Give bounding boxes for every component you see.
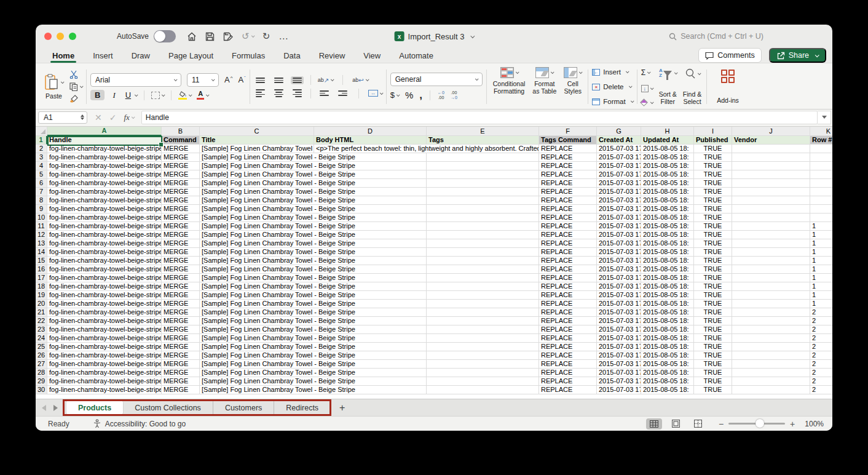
cell-K5[interactable] <box>810 170 832 179</box>
sort-filter-button[interactable]: AZ Sort &Filter <box>658 67 678 106</box>
cell-C29[interactable]: [Sample] Fog Linen Chambray Towel - Beig… <box>200 377 427 386</box>
cell-F7[interactable]: REPLACE <box>539 188 597 196</box>
cell-C26[interactable]: [Sample] Fog Linen Chambray Towel - Beig… <box>200 351 427 360</box>
currency-button[interactable]: $ <box>390 90 399 100</box>
cell-F28[interactable]: REPLACE <box>539 369 597 377</box>
cell-G24[interactable]: 2015-07-03 17: <box>597 334 641 343</box>
search-field[interactable]: Search (Cmd + Ctrl + U) <box>669 32 763 41</box>
cell-A1[interactable]: Handle <box>47 136 162 145</box>
cell-E27[interactable] <box>427 360 539 369</box>
cell-F14[interactable]: REPLACE <box>539 248 597 257</box>
cell-F10[interactable]: REPLACE <box>539 214 597 222</box>
increase-decimal-icon[interactable]: ←0.00 <box>438 90 444 100</box>
cell-A2[interactable]: fog-linen-chambray-towel-beige-stripe <box>47 145 162 153</box>
find-select-button[interactable]: Find &Select <box>682 67 703 106</box>
row-header-30[interactable]: 30 <box>36 386 47 394</box>
cell-G12[interactable]: 2015-07-03 17: <box>597 231 641 239</box>
cell-J17[interactable] <box>732 274 810 282</box>
cell-A22[interactable]: fog-linen-chambray-towel-beige-stripe <box>47 317 162 325</box>
cell-J26[interactable] <box>732 351 810 360</box>
format-painter-icon[interactable] <box>69 95 82 103</box>
cell-G11[interactable]: 2015-07-03 17: <box>597 222 641 231</box>
cell-H5[interactable]: 2015-08-05 18: <box>641 170 694 179</box>
merge-center-button[interactable]: ↔ <box>368 90 382 97</box>
cell-K15[interactable]: 1 <box>810 257 832 265</box>
cell-J9[interactable] <box>732 205 810 214</box>
cell-B1[interactable]: Command <box>162 136 200 145</box>
cell-B30[interactable]: MERGE <box>162 386 200 394</box>
add-sheet-button[interactable]: + <box>331 402 353 413</box>
cell-B21[interactable]: MERGE <box>162 308 200 317</box>
cell-G7[interactable]: 2015-07-03 17: <box>597 188 641 196</box>
cell-A12[interactable]: fog-linen-chambray-towel-beige-stripe <box>47 231 162 239</box>
cell-H22[interactable]: 2015-08-05 18: <box>641 317 694 325</box>
formula-bar-expand-button[interactable] <box>818 111 831 124</box>
cell-B13[interactable]: MERGE <box>162 239 200 248</box>
ribbon-tab-insert[interactable]: Insert <box>84 48 122 63</box>
cell-H12[interactable]: 2015-08-05 18: <box>641 231 694 239</box>
cell-H19[interactable]: 2015-08-05 18: <box>641 291 694 300</box>
cell-H17[interactable]: 2015-08-05 18: <box>641 274 694 282</box>
row-header-3[interactable]: 3 <box>36 153 47 162</box>
cell-G6[interactable]: 2015-07-03 17: <box>597 179 641 188</box>
home-icon[interactable] <box>187 32 197 41</box>
cell-J15[interactable] <box>732 257 810 265</box>
italic-button[interactable]: I <box>110 90 117 101</box>
cell-B17[interactable]: MERGE <box>162 274 200 282</box>
close-button[interactable] <box>44 33 52 40</box>
cell-I5[interactable]: TRUE <box>694 170 732 179</box>
copy-icon[interactable] <box>69 82 82 91</box>
cell-A3[interactable]: fog-linen-chambray-towel-beige-stripe <box>47 153 162 162</box>
formula-input[interactable]: Handle <box>141 111 818 124</box>
cell-C2[interactable]: [Sample] Fog Linen Chambray Towel - Beig… <box>200 145 314 153</box>
column-header-B[interactable]: B <box>162 127 200 136</box>
cell-I30[interactable]: TRUE <box>694 386 732 394</box>
cell-B27[interactable]: MERGE <box>162 360 200 369</box>
zoom-out-icon[interactable]: − <box>719 419 724 429</box>
cell-I2[interactable]: TRUE <box>694 145 732 153</box>
cell-J2[interactable] <box>732 145 810 153</box>
cell-G5[interactable]: 2015-07-03 17: <box>597 170 641 179</box>
cell-H23[interactable]: 2015-08-05 18: <box>641 325 694 334</box>
cell-E26[interactable] <box>427 351 539 360</box>
cell-J11[interactable] <box>732 222 810 231</box>
cell-K12[interactable]: 1 <box>810 231 832 239</box>
cell-G22[interactable]: 2015-07-03 17: <box>597 317 641 325</box>
cell-E11[interactable] <box>427 222 539 231</box>
cell-I12[interactable]: TRUE <box>694 231 732 239</box>
paste-button[interactable]: Paste <box>42 73 66 101</box>
cell-B26[interactable]: MERGE <box>162 351 200 360</box>
cell-C28[interactable]: [Sample] Fog Linen Chambray Towel - Beig… <box>200 369 427 377</box>
row-header-26[interactable]: 26 <box>36 351 47 360</box>
row-header-1[interactable]: 1 <box>36 136 47 145</box>
cell-A7[interactable]: fog-linen-chambray-towel-beige-stripe <box>47 188 162 196</box>
undo-icon[interactable]: ↺ <box>242 31 254 42</box>
font-color-button[interactable]: A <box>197 90 208 100</box>
cell-I27[interactable]: TRUE <box>694 360 732 369</box>
cell-C17[interactable]: [Sample] Fog Linen Chambray Towel - Beig… <box>200 274 427 282</box>
ribbon-tab-data[interactable]: Data <box>274 48 309 63</box>
cell-G21[interactable]: 2015-07-03 17: <box>597 308 641 317</box>
cell-B14[interactable]: MERGE <box>162 248 200 257</box>
cell-K17[interactable]: 1 <box>810 274 832 282</box>
cell-H13[interactable]: 2015-08-05 18: <box>641 239 694 248</box>
cell-K30[interactable]: 2 <box>810 386 832 394</box>
cell-G3[interactable]: 2015-07-03 17: <box>597 153 641 162</box>
cell-K24[interactable]: 2 <box>810 334 832 343</box>
cell-H16[interactable]: 2015-08-05 18: <box>641 265 694 274</box>
cut-icon[interactable] <box>69 70 82 79</box>
row-header-11[interactable]: 11 <box>36 222 47 231</box>
ribbon-tab-draw[interactable]: Draw <box>122 48 159 63</box>
cell-H24[interactable]: 2015-08-05 18: <box>641 334 694 343</box>
row-header-20[interactable]: 20 <box>36 300 47 308</box>
cell-I1[interactable]: Published <box>694 136 732 145</box>
cell-G27[interactable]: 2015-07-03 17: <box>597 360 641 369</box>
cell-F24[interactable]: REPLACE <box>539 334 597 343</box>
column-header-I[interactable]: I <box>694 127 732 136</box>
cancel-icon[interactable]: ✕ <box>95 113 102 122</box>
cell-C21[interactable]: [Sample] Fog Linen Chambray Towel - Beig… <box>200 308 427 317</box>
cell-F5[interactable]: REPLACE <box>539 170 597 179</box>
cell-J20[interactable] <box>732 300 810 308</box>
row-header-18[interactable]: 18 <box>36 282 47 291</box>
orientation-button[interactable]: ab↗ <box>318 77 333 84</box>
